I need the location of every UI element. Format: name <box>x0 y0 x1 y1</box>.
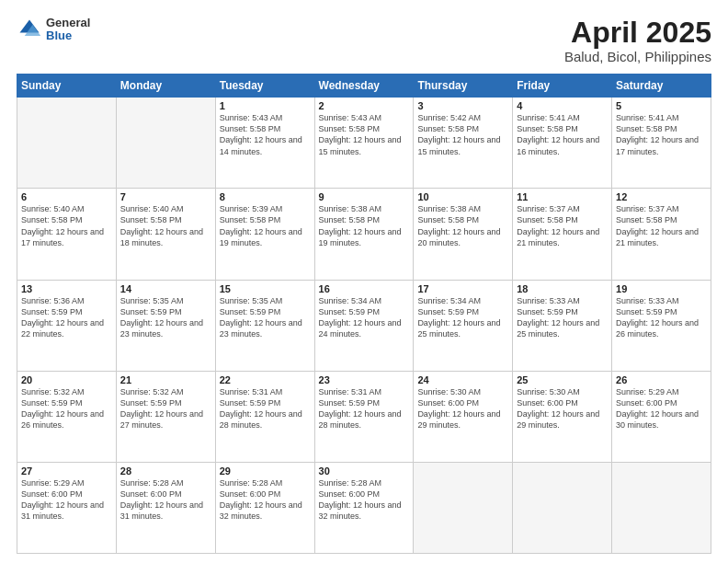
day-info: Sunrise: 5:30 AM Sunset: 6:00 PM Dayligh… <box>417 386 508 431</box>
calendar-week-5: 27Sunrise: 5:29 AM Sunset: 6:00 PM Dayli… <box>17 462 711 553</box>
day-info: Sunrise: 5:29 AM Sunset: 6:00 PM Dayligh… <box>21 477 112 523</box>
day-info: Sunrise: 5:31 AM Sunset: 5:59 PM Dayligh… <box>319 386 410 431</box>
title-block: April 2025 Balud, Bicol, Philippines <box>564 17 711 64</box>
calendar-week-4: 20Sunrise: 5:32 AM Sunset: 5:59 PM Dayli… <box>17 371 711 462</box>
calendar-cell <box>414 462 513 553</box>
calendar-cell: 14Sunrise: 5:35 AM Sunset: 5:59 PM Dayli… <box>116 280 215 371</box>
day-info: Sunrise: 5:29 AM Sunset: 6:00 PM Dayligh… <box>616 386 707 431</box>
day-info: Sunrise: 5:43 AM Sunset: 5:58 PM Dayligh… <box>319 112 410 157</box>
calendar-cell: 12Sunrise: 5:37 AM Sunset: 5:58 PM Dayli… <box>612 189 711 280</box>
calendar-cell: 20Sunrise: 5:32 AM Sunset: 5:59 PM Dayli… <box>17 371 117 462</box>
weekday-header-saturday: Saturday <box>612 75 711 98</box>
calendar-cell: 26Sunrise: 5:29 AM Sunset: 6:00 PM Dayli… <box>612 371 711 462</box>
calendar-cell: 7Sunrise: 5:40 AM Sunset: 5:58 PM Daylig… <box>116 189 215 280</box>
calendar-cell: 11Sunrise: 5:37 AM Sunset: 5:58 PM Dayli… <box>513 189 612 280</box>
day-number: 1 <box>220 100 311 111</box>
calendar-table: SundayMondayTuesdayWednesdayThursdayFrid… <box>17 74 711 554</box>
day-info: Sunrise: 5:33 AM Sunset: 5:59 PM Dayligh… <box>517 295 608 340</box>
day-number: 27 <box>21 465 112 477</box>
calendar-cell: 25Sunrise: 5:30 AM Sunset: 6:00 PM Dayli… <box>513 371 612 462</box>
day-number: 5 <box>616 100 707 111</box>
calendar-week-2: 6Sunrise: 5:40 AM Sunset: 5:58 PM Daylig… <box>17 189 711 280</box>
day-number: 9 <box>319 191 410 202</box>
day-info: Sunrise: 5:28 AM Sunset: 6:00 PM Dayligh… <box>220 477 311 523</box>
calendar-cell: 6Sunrise: 5:40 AM Sunset: 5:58 PM Daylig… <box>17 189 117 280</box>
day-info: Sunrise: 5:38 AM Sunset: 5:58 PM Dayligh… <box>319 203 410 248</box>
day-info: Sunrise: 5:37 AM Sunset: 5:58 PM Dayligh… <box>616 203 707 248</box>
calendar-cell: 5Sunrise: 5:41 AM Sunset: 5:58 PM Daylig… <box>612 98 711 189</box>
day-number: 21 <box>120 374 211 385</box>
calendar-cell: 3Sunrise: 5:42 AM Sunset: 5:58 PM Daylig… <box>414 98 513 189</box>
day-number: 15 <box>220 283 311 294</box>
header: General Blue April 2025 Balud, Bicol, Ph… <box>17 17 711 64</box>
day-number: 25 <box>517 374 608 385</box>
calendar-cell: 29Sunrise: 5:28 AM Sunset: 6:00 PM Dayli… <box>215 462 314 553</box>
page-subtitle: Balud, Bicol, Philippines <box>564 49 711 64</box>
calendar-cell: 19Sunrise: 5:33 AM Sunset: 5:59 PM Dayli… <box>612 280 711 371</box>
calendar-cell: 2Sunrise: 5:43 AM Sunset: 5:58 PM Daylig… <box>314 98 414 189</box>
calendar-week-3: 13Sunrise: 5:36 AM Sunset: 5:59 PM Dayli… <box>17 280 711 371</box>
day-info: Sunrise: 5:28 AM Sunset: 6:00 PM Dayligh… <box>120 477 211 523</box>
calendar-cell: 22Sunrise: 5:31 AM Sunset: 5:59 PM Dayli… <box>215 371 314 462</box>
calendar-cell: 30Sunrise: 5:28 AM Sunset: 6:00 PM Dayli… <box>314 462 414 553</box>
day-info: Sunrise: 5:36 AM Sunset: 5:59 PM Dayligh… <box>21 295 112 340</box>
day-info: Sunrise: 5:33 AM Sunset: 5:59 PM Dayligh… <box>616 295 707 340</box>
day-info: Sunrise: 5:42 AM Sunset: 5:58 PM Dayligh… <box>417 112 508 157</box>
weekday-header-wednesday: Wednesday <box>314 75 414 98</box>
day-number: 22 <box>220 374 311 385</box>
day-number: 24 <box>417 374 508 385</box>
weekday-header-friday: Friday <box>513 75 612 98</box>
day-number: 10 <box>417 191 508 202</box>
day-info: Sunrise: 5:41 AM Sunset: 5:58 PM Dayligh… <box>517 112 608 157</box>
logo-icon <box>17 17 42 42</box>
day-number: 13 <box>21 283 112 294</box>
day-number: 17 <box>417 283 508 294</box>
weekday-header-row: SundayMondayTuesdayWednesdayThursdayFrid… <box>17 75 711 98</box>
calendar-cell <box>17 98 117 189</box>
day-info: Sunrise: 5:35 AM Sunset: 5:59 PM Dayligh… <box>220 295 311 340</box>
day-info: Sunrise: 5:39 AM Sunset: 5:58 PM Dayligh… <box>220 203 311 248</box>
calendar-cell <box>513 462 612 553</box>
day-info: Sunrise: 5:32 AM Sunset: 5:59 PM Dayligh… <box>21 386 112 431</box>
day-info: Sunrise: 5:34 AM Sunset: 5:59 PM Dayligh… <box>319 295 410 340</box>
day-number: 12 <box>616 191 707 202</box>
calendar-cell: 23Sunrise: 5:31 AM Sunset: 5:59 PM Dayli… <box>314 371 414 462</box>
calendar-cell: 17Sunrise: 5:34 AM Sunset: 5:59 PM Dayli… <box>414 280 513 371</box>
calendar-cell <box>116 98 215 189</box>
day-info: Sunrise: 5:30 AM Sunset: 6:00 PM Dayligh… <box>517 386 608 431</box>
day-number: 7 <box>120 191 211 202</box>
day-number: 30 <box>319 465 410 477</box>
calendar-week-1: 1Sunrise: 5:43 AM Sunset: 5:58 PM Daylig… <box>17 98 711 189</box>
calendar-cell: 28Sunrise: 5:28 AM Sunset: 6:00 PM Dayli… <box>116 462 215 553</box>
day-number: 14 <box>120 283 211 294</box>
weekday-header-sunday: Sunday <box>17 75 117 98</box>
logo-text: General Blue <box>46 17 90 43</box>
weekday-header-monday: Monday <box>116 75 215 98</box>
day-number: 6 <box>21 191 112 202</box>
day-number: 2 <box>319 100 410 111</box>
day-number: 16 <box>319 283 410 294</box>
day-number: 20 <box>21 374 112 385</box>
day-info: Sunrise: 5:28 AM Sunset: 6:00 PM Dayligh… <box>319 477 410 523</box>
page-title: April 2025 <box>564 17 711 49</box>
calendar-cell: 24Sunrise: 5:30 AM Sunset: 6:00 PM Dayli… <box>414 371 513 462</box>
day-number: 19 <box>616 283 707 294</box>
weekday-header-tuesday: Tuesday <box>215 75 314 98</box>
calendar-cell: 16Sunrise: 5:34 AM Sunset: 5:59 PM Dayli… <box>314 280 414 371</box>
day-info: Sunrise: 5:35 AM Sunset: 5:59 PM Dayligh… <box>120 295 211 340</box>
day-info: Sunrise: 5:38 AM Sunset: 5:58 PM Dayligh… <box>417 203 508 248</box>
day-info: Sunrise: 5:41 AM Sunset: 5:58 PM Dayligh… <box>616 112 707 157</box>
calendar-cell: 21Sunrise: 5:32 AM Sunset: 5:59 PM Dayli… <box>116 371 215 462</box>
day-number: 8 <box>220 191 311 202</box>
calendar-cell: 10Sunrise: 5:38 AM Sunset: 5:58 PM Dayli… <box>414 189 513 280</box>
day-number: 18 <box>517 283 608 294</box>
calendar-cell: 15Sunrise: 5:35 AM Sunset: 5:59 PM Dayli… <box>215 280 314 371</box>
logo-general: General <box>46 17 90 29</box>
day-number: 26 <box>616 374 707 385</box>
day-info: Sunrise: 5:32 AM Sunset: 5:59 PM Dayligh… <box>120 386 211 431</box>
page: General Blue April 2025 Balud, Bicol, Ph… <box>0 0 728 563</box>
calendar-cell: 1Sunrise: 5:43 AM Sunset: 5:58 PM Daylig… <box>215 98 314 189</box>
day-info: Sunrise: 5:34 AM Sunset: 5:59 PM Dayligh… <box>417 295 508 340</box>
logo: General Blue <box>17 17 90 43</box>
calendar-cell: 27Sunrise: 5:29 AM Sunset: 6:00 PM Dayli… <box>17 462 117 553</box>
